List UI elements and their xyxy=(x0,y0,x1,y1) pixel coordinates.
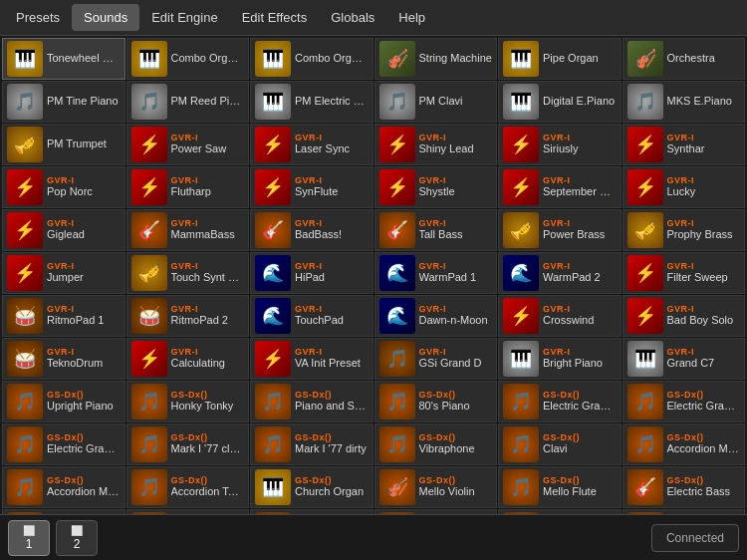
instrument-cell[interactable]: ⚡GVR-IBad Boy Solo xyxy=(622,295,746,337)
connected-button[interactable]: Connected xyxy=(651,524,739,552)
instrument-cell[interactable]: ⚡GVR-ISynthar xyxy=(622,124,746,165)
instrument-cell[interactable]: 🌊GVR-IDawn-n-Moon xyxy=(374,295,498,337)
bank-2-button[interactable]: ⬜ 2 xyxy=(56,520,98,556)
instrument-cell[interactable]: ⚡GVR-IPop Norc xyxy=(2,166,125,208)
instrument-name: HiPad xyxy=(295,271,369,284)
instrument-cell[interactable]: ⚡GVR-ILaser Sync xyxy=(250,124,374,165)
instrument-cell[interactable]: 🎹Combo Organ V xyxy=(250,38,374,80)
instrument-cell[interactable]: ⚡GVR-IJumper xyxy=(2,252,125,294)
instrument-icon: 🎸 xyxy=(386,221,408,239)
menu-item-presets[interactable]: Presets xyxy=(4,4,72,31)
menu-item-sounds[interactable]: Sounds xyxy=(72,4,139,31)
instrument-cell[interactable]: 🌊GVR-IWarmPad 2 xyxy=(498,252,622,294)
instrument-cell[interactable]: 🎵GS-Dx()Mello Flute xyxy=(498,466,622,508)
instrument-cell[interactable]: 🎵PM Tine Piano xyxy=(2,81,125,123)
instrument-cell[interactable]: 🌊GVR-IHiPad xyxy=(250,252,374,294)
instrument-cell[interactable]: 🎻GS-Dx()Orchestra 1 xyxy=(622,509,746,514)
instrument-cell[interactable]: 🎵GS-Dx()Mark I '77 dirty xyxy=(250,423,374,465)
instrument-cell[interactable]: 🎹Tonewheel Organ xyxy=(2,38,125,80)
instrument-cell[interactable]: ⚡GVR-ISynFlute xyxy=(250,166,374,208)
instrument-tag: GS-Dx() xyxy=(47,390,121,400)
instrument-icon: 🎵 xyxy=(262,393,284,411)
instrument-thumbnail: 🌊 xyxy=(255,298,291,334)
instrument-cell[interactable]: 🎵MKS E.Piano xyxy=(622,81,746,123)
menu-item-globals[interactable]: Globals xyxy=(319,4,386,31)
instrument-cell[interactable]: 🎹Pipe Organ xyxy=(498,38,622,80)
instrument-cell[interactable]: ⚡GVR-IShiny Lead xyxy=(374,124,498,165)
bank-1-button[interactable]: ⬜ 1 xyxy=(8,520,50,556)
instrument-cell[interactable]: 🥁GVR-IRitmoPad 2 xyxy=(126,295,250,337)
menu-item-help[interactable]: Help xyxy=(386,4,437,31)
instrument-cell[interactable]: 🌊GVR-IWarmPad 1 xyxy=(374,252,498,294)
instrument-cell[interactable]: 🎻Orchestra xyxy=(622,38,746,80)
instrument-cell[interactable]: ⚡GVR-IPower Saw xyxy=(126,124,250,165)
instrument-cell[interactable]: 🎸GS-Dx()Electric Bass xyxy=(622,466,746,508)
instrument-cell[interactable]: 🎺GVR-IPower Brass xyxy=(498,209,622,251)
instrument-icon: 🥁 xyxy=(14,307,36,325)
instrument-cell[interactable]: 🎵GS-Dx()Accordion Musette xyxy=(2,466,125,508)
instrument-icon: ⚡ xyxy=(510,178,532,196)
instrument-name: Tonewheel Organ xyxy=(47,52,121,65)
instrument-cell[interactable]: 🎵GS-Dx()Mark I '77 clean xyxy=(126,423,250,465)
instrument-cell[interactable]: 🎵PM Clavi xyxy=(374,81,498,123)
instrument-cell[interactable]: 🎻String Machine xyxy=(374,38,498,80)
instrument-cell[interactable]: 🎹PM Electric Grand xyxy=(250,81,374,123)
instrument-cell[interactable]: 🎸GVR-IBadBass! xyxy=(250,209,374,251)
instrument-name: MKS E.Piano xyxy=(667,95,741,108)
instrument-cell[interactable]: 🎸GVR-ITall Bass xyxy=(374,209,498,251)
instrument-cell[interactable]: 🎵GS-Dx()Honky Tonky xyxy=(126,381,250,422)
instrument-cell[interactable]: 🌊GVR-ITouchPad xyxy=(250,295,374,337)
instrument-cell[interactable]: 🎵GS-Dx()Vibraphone xyxy=(374,423,498,465)
instrument-icon: 🎺 xyxy=(14,136,36,153)
instrument-info: GVR-IGiglead xyxy=(47,218,121,241)
instrument-cell[interactable]: ⚡GVR-ISeptember Lead xyxy=(498,166,622,208)
instrument-cell[interactable]: 🎺GVR-ITouch Synt Horns xyxy=(126,252,250,294)
instrument-cell[interactable]: 🎺GS-Dx()French Horn Section xyxy=(498,509,622,514)
instrument-cell[interactable]: 🎹Combo Organ F xyxy=(126,38,250,80)
instrument-cell[interactable]: 🎵GS-Dx()Upright Piano xyxy=(2,381,125,422)
instrument-icon: ⚡ xyxy=(138,136,160,153)
instrument-cell[interactable]: ⚡GVR-ICalculating xyxy=(126,338,250,380)
instrument-cell[interactable]: 🎹GVR-IGrand C7 xyxy=(622,338,746,380)
instrument-name: Mark I '77 dirty xyxy=(295,442,369,455)
instrument-info: PM Reed Piano xyxy=(171,95,245,108)
menu-item-edit-effects[interactable]: Edit Effects xyxy=(230,4,320,31)
instrument-cell[interactable]: 🎸GVR-IMammaBass xyxy=(126,209,250,251)
instrument-name: Mello Flute xyxy=(543,485,617,498)
instrument-cell[interactable]: ⚡GVR-IShystle xyxy=(374,166,498,208)
instrument-cell[interactable]: 🎺GVR-IProphy Brass xyxy=(622,209,746,251)
instrument-cell[interactable]: 🎹Digital E.Piano xyxy=(498,81,622,123)
instrument-cell[interactable]: 🎺GS-Dx()Horn Section 3 xyxy=(374,509,498,514)
instrument-cell[interactable]: ⚡GVR-IGiglead xyxy=(2,209,125,251)
instrument-tag: GS-Dx() xyxy=(543,432,617,442)
instrument-cell[interactable]: 🎵GS-Dx()80's Piano xyxy=(374,381,498,422)
instrument-cell[interactable]: ⚡GVR-IVA Init Preset xyxy=(250,338,374,380)
instrument-cell[interactable]: ⚡GVR-ISiriusly xyxy=(498,124,622,165)
instrument-cell[interactable]: 🎵PM Reed Piano xyxy=(126,81,250,123)
instrument-cell[interactable]: 🎺PM Trumpet xyxy=(2,124,125,165)
instrument-cell[interactable]: 🎵GS-Dx()Accordion Tango xyxy=(126,466,250,508)
instrument-cell[interactable]: 🎺GS-Dx()Horn Section 2 xyxy=(250,509,374,514)
instrument-cell[interactable]: ⚡GVR-ILucky xyxy=(622,166,746,208)
instrument-cell[interactable]: 🎻GS-Dx()Mello Violin xyxy=(374,466,498,508)
instrument-cell[interactable]: 🥁GVR-IRitmoPad 1 xyxy=(2,295,125,337)
instrument-cell[interactable]: 🎵GS-Dx()Electric Grand 73 xyxy=(622,381,746,422)
instrument-cell[interactable]: 🎹GVR-IBright Piano xyxy=(498,338,622,380)
instrument-cell[interactable]: 🎺GS-Dx()Horn Section 1 xyxy=(126,509,250,514)
menu-item-edit-engine[interactable]: Edit Engine xyxy=(139,4,230,31)
instrument-cell[interactable]: 🎸GS-Dx()Upright Bass xyxy=(2,509,125,514)
instrument-cell[interactable]: 🎵GS-Dx()Accordion Master xyxy=(622,423,746,465)
instrument-thumbnail: 🎺 xyxy=(503,512,539,514)
instrument-cell[interactable]: 🎵GS-Dx()Electric Grand 80 xyxy=(498,381,622,422)
instrument-thumbnail: 🎵 xyxy=(255,426,291,462)
instrument-cell[interactable]: 🎵GS-Dx()Piano and Strings xyxy=(250,381,374,422)
instrument-cell[interactable]: 🎵GS-Dx()Electric Grand Bright xyxy=(2,423,125,465)
instrument-tag: GVR-I xyxy=(419,261,493,271)
instrument-cell[interactable]: ⚡GVR-IFlutharp xyxy=(126,166,250,208)
instrument-cell[interactable]: ⚡GVR-IFilter Sweep xyxy=(622,252,746,294)
instrument-cell[interactable]: 🎵GS-Dx()Clavi xyxy=(498,423,622,465)
instrument-cell[interactable]: 🥁GVR-ITeknoDrum xyxy=(2,338,125,380)
instrument-cell[interactable]: 🎵GVR-IGSi Grand D xyxy=(374,338,498,380)
instrument-cell[interactable]: ⚡GVR-ICrosswind xyxy=(498,295,622,337)
instrument-cell[interactable]: 🎹GS-Dx()Church Organ xyxy=(250,466,374,508)
